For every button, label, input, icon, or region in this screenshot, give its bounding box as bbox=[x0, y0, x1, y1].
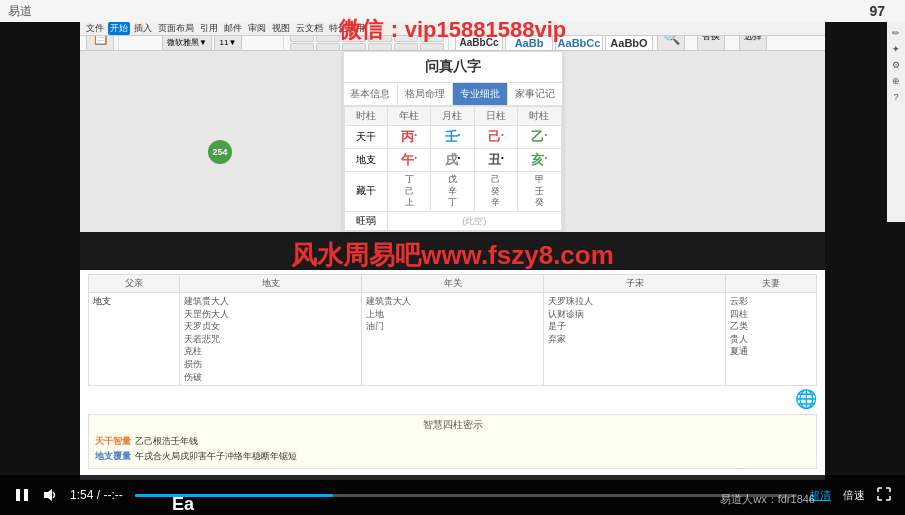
dz-row: 地支 午• 戌• 丑• 亥• bbox=[344, 148, 561, 171]
bazi-tab-basic[interactable]: 基本信息 bbox=[344, 83, 399, 105]
indent-icon[interactable]: → bbox=[342, 36, 366, 42]
comment-icon[interactable]: ✦ bbox=[889, 42, 903, 56]
zoom-icon[interactable]: ⊕ bbox=[889, 74, 903, 88]
app-title: 易道 bbox=[8, 3, 32, 20]
style-gallery: AaBbCc AaBb AaBbCc AaBbO bbox=[455, 36, 653, 51]
tab-view[interactable]: 视图 bbox=[270, 22, 292, 35]
justify-icon[interactable]: ≡ bbox=[368, 43, 392, 50]
paste-group: 📋 粘贴 bbox=[86, 36, 119, 51]
lower-col-3: 子宋 bbox=[544, 275, 726, 293]
watermark-fengshui: 风水周易吧www.fszy8.com bbox=[291, 238, 614, 273]
row-label-cg: 藏干 bbox=[344, 171, 387, 211]
border-icon[interactable]: □ bbox=[420, 36, 444, 42]
strength-row: 旺弱 (此空) bbox=[344, 212, 561, 231]
analysis-section: 智慧四柱密示 天干智量 乙己根浩壬年钱 地支覆量 午戌合火局戌卯害午子冲络年稳断… bbox=[88, 414, 817, 469]
tab-home[interactable]: 开始 bbox=[108, 22, 130, 35]
tg-hour: 乙• bbox=[518, 125, 561, 148]
paste-icon[interactable]: 📋 bbox=[86, 36, 114, 51]
toolbar: 文件 开始 插入 页面布局 引用 邮件 审阅 视图 云文档 特色应用 bbox=[80, 22, 825, 36]
control-bar[interactable]: 1:54 / --:-- 超清 倍速 易道人wx：fdr1846 bbox=[0, 475, 905, 515]
analysis-label-2: 地支覆量 bbox=[95, 450, 131, 463]
row-label-strength: 旺弱 bbox=[344, 212, 387, 231]
bazi-title: 问真八字 bbox=[344, 52, 562, 83]
bazi-tabs: 基本信息 格局命理 专业细批 家事记记 bbox=[344, 83, 562, 106]
line-spacing-icon[interactable]: ↕ bbox=[394, 43, 418, 50]
bazi-tab-family[interactable]: 家事记记 bbox=[508, 83, 562, 105]
tab-review[interactable]: 审阅 bbox=[246, 22, 268, 35]
tab-special[interactable]: 特色应用 bbox=[327, 22, 367, 35]
align-right-icon[interactable]: ≡ bbox=[342, 43, 366, 50]
lower-table: 父亲 地支 年关 子宋 夫妻 地支 建筑贵大人天罡伤大人天罗贞女天若悲咒克柱损伤… bbox=[88, 274, 817, 386]
bullet-list-icon[interactable]: ☰ bbox=[290, 36, 314, 42]
style-normal[interactable]: AaBbCc bbox=[455, 36, 503, 51]
cell-0-0: 地支 bbox=[89, 293, 180, 386]
settings-icon[interactable]: ⚙ bbox=[889, 58, 903, 72]
style-heading2[interactable]: AaBbCc bbox=[555, 36, 603, 51]
bazi-tab-pattern[interactable]: 格局命理 bbox=[398, 83, 453, 105]
align-left-icon[interactable]: ≡ bbox=[290, 43, 314, 50]
cg-year: 丁己上 bbox=[387, 171, 430, 211]
svg-rect-1 bbox=[24, 489, 28, 501]
para-color-icon[interactable]: A bbox=[420, 43, 444, 50]
volume-button[interactable] bbox=[42, 487, 58, 503]
number-list-icon[interactable]: ≡ bbox=[316, 36, 340, 42]
replace-group: 替换 文字替换 bbox=[695, 36, 731, 51]
strength-value: (此空) bbox=[387, 212, 561, 231]
lower-content: 父亲 地支 年关 子宋 夫妻 地支 建筑贵大人天罡伤大人天罗贞女天若悲咒克柱损伤… bbox=[80, 270, 825, 473]
tab-layout[interactable]: 页面布局 bbox=[156, 22, 196, 35]
replace-icon[interactable]: 替换 bbox=[697, 36, 725, 51]
align-center-icon[interactable]: ≡ bbox=[316, 43, 340, 50]
style-heading3[interactable]: AaBbO bbox=[605, 36, 653, 51]
tg-row: 天干 丙• 壬• 己• 乙• bbox=[344, 125, 561, 148]
svg-marker-2 bbox=[44, 489, 52, 501]
outdent-icon[interactable]: ← bbox=[368, 36, 392, 42]
list-row: ☰ ≡ → ← ↕ □ bbox=[290, 36, 444, 42]
tab-mail[interactable]: 邮件 bbox=[222, 22, 244, 35]
row-label-dz: 地支 bbox=[344, 148, 387, 171]
analysis-text-1: 乙己根浩壬年钱 bbox=[135, 435, 198, 448]
help-icon[interactable]: ? bbox=[889, 90, 903, 104]
dz-hour: 亥• bbox=[518, 148, 561, 171]
font-size[interactable]: 11▼ bbox=[214, 36, 242, 51]
col-year: 年柱 bbox=[387, 106, 430, 125]
ribbon: 📋 粘贴 ✂ 📄 🖌 微软雅黑▼ 11▼ B I U A A A bbox=[80, 36, 825, 51]
table-row: 地支 建筑贵大人天罡伤大人天罗贞女天若悲咒克柱损伤伤破 建筑贵大人上地油门 天罗… bbox=[89, 293, 817, 386]
cell-0-4: 云彩四柱乙类贵人夏通 bbox=[726, 293, 817, 386]
tg-month: 壬• bbox=[431, 125, 474, 148]
find-icon[interactable]: 🔍 bbox=[657, 36, 685, 51]
tg-day: 己• bbox=[474, 125, 517, 148]
pause-button[interactable] bbox=[14, 487, 30, 503]
cell-0-3: 天罗珠拉人认财诊病是子弃家 bbox=[544, 293, 726, 386]
col-time: 时柱 bbox=[518, 106, 561, 125]
tab-refs[interactable]: 引用 bbox=[198, 22, 220, 35]
cg-month: 戊辛丁 bbox=[431, 171, 474, 211]
tab-cloud[interactable]: 云文档 bbox=[294, 22, 325, 35]
bazi-main-table: 时柱 年柱 月柱 日柱 时柱 天干 丙• 壬• 己• 乙• bbox=[344, 106, 562, 231]
emoji-area: 🌐 bbox=[88, 388, 817, 410]
left-sidebar bbox=[0, 22, 80, 475]
cg-hour: 甲壬癸 bbox=[518, 171, 561, 211]
para-group: ☰ ≡ → ← ↕ □ ≡ ≡ ≡ ≡ ↕ A bbox=[290, 36, 449, 51]
bazi-card: 问真八字 基本信息 格局命理 专业细批 家事记记 时柱 年柱 月柱 日柱 时柱 bbox=[343, 51, 563, 232]
edit-icon[interactable]: ✏ bbox=[889, 26, 903, 40]
tab-insert[interactable]: 插入 bbox=[132, 22, 154, 35]
dz-month: 戌• bbox=[431, 148, 474, 171]
analysis-title: 智慧四柱密示 bbox=[95, 418, 810, 432]
select-icon[interactable]: 选择 bbox=[739, 36, 767, 51]
font-selector[interactable]: 微软雅黑▼ bbox=[162, 36, 212, 51]
sort-icon[interactable]: ↕ bbox=[394, 36, 418, 42]
align-row: ≡ ≡ ≡ ≡ ↕ A bbox=[290, 43, 444, 50]
progress-bar[interactable] bbox=[135, 494, 797, 497]
lower-col-2: 年关 bbox=[362, 275, 544, 293]
format-group: ✂ 📄 🖌 微软雅黑▼ 11▼ B I U A A A bbox=[125, 36, 284, 51]
doc-area-upper: 文件 开始 插入 页面布局 引用 邮件 审阅 视图 云文档 特色应用 📋 粘贴 … bbox=[80, 22, 825, 232]
speed-button[interactable]: 倍速 bbox=[843, 488, 865, 503]
tab-file[interactable]: 文件 bbox=[84, 22, 106, 35]
top-bar: 易道 97 bbox=[0, 0, 905, 22]
col-day: 日柱 bbox=[474, 106, 517, 125]
progress-fill bbox=[135, 494, 334, 497]
analysis-label-1: 天干智量 bbox=[95, 435, 131, 448]
bazi-tab-pro[interactable]: 专业细批 bbox=[453, 83, 508, 105]
fullscreen-button[interactable] bbox=[877, 487, 891, 504]
style-heading1[interactable]: AaBb bbox=[505, 36, 553, 51]
